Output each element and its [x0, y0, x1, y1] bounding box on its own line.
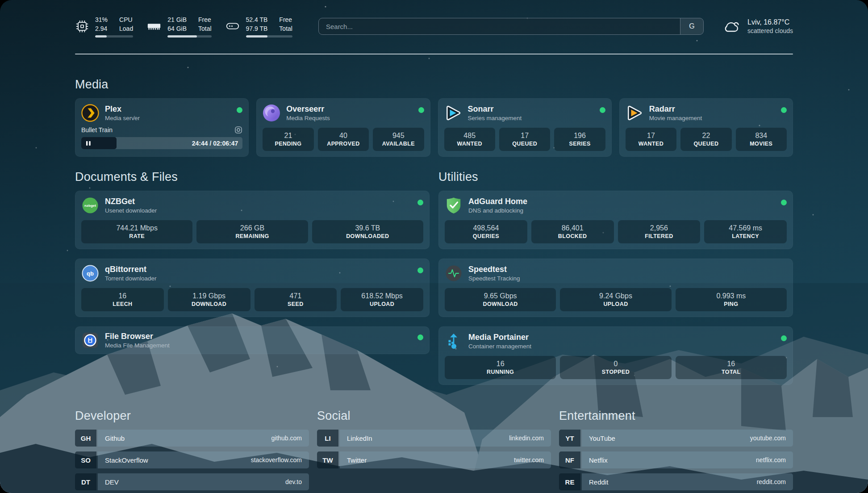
- twitter-url: twitter.com: [514, 456, 544, 464]
- qbittorrent-stat-upload: 618.52 MbpsUPLOAD: [341, 288, 423, 311]
- disk-icon: [225, 19, 240, 34]
- nzbget-stat-downloaded: 39.6 TBDOWNLOADED: [312, 220, 423, 243]
- nzbget-status-dot: [417, 200, 423, 205]
- youtube-name: YouTube: [589, 435, 615, 442]
- twitter-abbr: TW: [317, 451, 338, 468]
- speedtest-card[interactable]: Speedtest Speedtest Tracking 9.65 GbpsDO…: [438, 259, 793, 317]
- plex-card[interactable]: Plex Media server Bullet Train: [75, 98, 249, 157]
- radarr-icon: [626, 104, 643, 122]
- overseerr-stat-approved: 40APPROVED: [318, 128, 369, 151]
- bookmark-youtube[interactable]: YT YouTubeyoutube.com: [559, 430, 793, 447]
- nzbget-card[interactable]: nzbget NZBGet Usenet downloader 744.21 M…: [75, 191, 430, 249]
- memory-widget: 21 GiB64 GiB FreeTotal: [146, 15, 211, 38]
- nzbget-icon: nzbget: [81, 196, 99, 214]
- ram-icon: [146, 19, 162, 34]
- cpu-load-value: 2.94: [95, 24, 108, 33]
- youtube-url: youtube.com: [750, 435, 786, 442]
- weather-condition: scattered clouds: [747, 27, 793, 34]
- stackoverflow-url: stackoverflow.com: [251, 456, 302, 464]
- adguard-stat-latency: 47.569 msLATENCY: [704, 220, 787, 243]
- speedtest-name: Speedtest: [468, 265, 520, 274]
- header-divider: [75, 54, 793, 54]
- qbittorrent-icon: qb: [81, 264, 99, 282]
- cpu-percent: 31%: [95, 15, 108, 24]
- linkedin-name: LinkedIn: [347, 435, 372, 442]
- dev-url: dev.to: [285, 478, 302, 485]
- radarr-stat-wanted: 17WANTED: [626, 128, 676, 151]
- sonarr-card[interactable]: Sonarr Series management 485WANTED 17QUE…: [438, 98, 612, 157]
- search-input[interactable]: [319, 18, 680, 34]
- documents-section-title: Documents & Files: [75, 170, 430, 184]
- utilities-section: Utilities AdGuard Home DNS: [438, 170, 793, 385]
- cpu-progress-fill: [95, 35, 107, 38]
- stackoverflow-name: StackOverflow: [105, 456, 148, 464]
- entertainment-section: Entertainment YT YouTubeyoutube.com NF N…: [559, 409, 793, 490]
- sonarr-stat-series: 196SERIES: [554, 128, 605, 151]
- overseerr-card[interactable]: Overseerr Media Requests 21PENDING 40APP…: [256, 98, 430, 157]
- search-provider-button[interactable]: G: [680, 18, 703, 34]
- bookmark-linkedin[interactable]: LI LinkedInlinkedin.com: [317, 430, 551, 447]
- qbittorrent-stat-download: 1.19 GbpsDOWNLOAD: [168, 288, 250, 311]
- bookmark-twitter[interactable]: TW Twittertwitter.com: [317, 451, 551, 468]
- adguard-stat-filtered: 2,956FILTERED: [618, 220, 701, 243]
- disk-progress-fill: [246, 35, 267, 38]
- ram-total-label: Total: [198, 24, 212, 33]
- social-section-title: Social: [317, 409, 551, 423]
- twitter-name: Twitter: [347, 456, 367, 464]
- portainer-stat-total: 16TOTAL: [676, 356, 787, 379]
- bookmark-reddit[interactable]: RE Redditreddit.com: [559, 473, 793, 490]
- github-abbr: GH: [75, 430, 96, 447]
- dev-abbr: DT: [75, 473, 96, 490]
- adguard-name: AdGuard Home: [468, 197, 527, 206]
- overseerr-desc: Media Requests: [286, 115, 330, 121]
- filebrowser-card[interactable]: File Browser Media File Management: [75, 326, 430, 354]
- adguard-status-dot: [781, 200, 787, 205]
- qbittorrent-desc: Torrent downloader: [105, 275, 157, 282]
- disk-total-value: 97.9 TB: [246, 24, 268, 33]
- bookmark-dev[interactable]: DT DEVdev.to: [75, 473, 309, 490]
- ram-progress-track: [167, 35, 211, 38]
- plex-now-playing-title: Bullet Train: [81, 126, 113, 134]
- plex-player-bar: 24:44 / 02:06:47: [81, 137, 242, 149]
- adguard-icon: [445, 196, 463, 214]
- adguard-stat-blocked: 86,401BLOCKED: [531, 220, 614, 243]
- speedtest-icon: [445, 264, 463, 282]
- entertainment-section-title: Entertainment: [559, 409, 793, 423]
- plex-icon: [81, 104, 99, 122]
- reddit-url: reddit.com: [757, 478, 786, 485]
- social-section: Social LI LinkedInlinkedin.com TW Twitte…: [317, 409, 551, 468]
- bookmark-netflix[interactable]: NF Netflixnetflix.com: [559, 451, 793, 468]
- cloud-icon: [722, 19, 741, 34]
- disk-free-value: 52.4 TB: [246, 15, 268, 24]
- speedtest-stat-download: 9.65 GbpsDOWNLOAD: [445, 288, 556, 311]
- bookmark-stackoverflow[interactable]: SO StackOverflowstackoverflow.com: [75, 451, 309, 468]
- weather-location-temp: Lviv, 16.87°C: [747, 18, 793, 26]
- ram-progress-fill: [167, 35, 197, 38]
- sonarr-name: Sonarr: [468, 104, 522, 114]
- adguard-card[interactable]: AdGuard Home DNS and adblocking 498,564Q…: [438, 191, 793, 249]
- plex-desc: Media server: [105, 115, 140, 121]
- pause-icon: [86, 140, 91, 146]
- portainer-desc: Container management: [468, 343, 531, 350]
- nzbget-stat-rate: 744.21 MbpsRATE: [81, 220, 192, 243]
- nzbget-desc: Usenet downloader: [105, 207, 157, 214]
- svg-text:qb: qb: [87, 270, 94, 277]
- portainer-card[interactable]: Media Portainer Container management 16R…: [438, 326, 793, 385]
- overseerr-stat-pending: 21PENDING: [263, 128, 313, 151]
- qbittorrent-card[interactable]: qb qBittorrent Torrent downloader 16LEEC…: [75, 259, 430, 317]
- cpu-icon: [75, 19, 89, 33]
- bookmark-github[interactable]: GH Githubgithub.com: [75, 430, 309, 447]
- nzbget-name: NZBGet: [105, 197, 157, 206]
- plex-status-dot: [237, 107, 242, 113]
- linkedin-url: linkedin.com: [509, 435, 544, 442]
- now-playing-view-icon[interactable]: [234, 126, 242, 134]
- dashboard-page: 31%2.94 CPULoad 21 GiB64 GiB FreeTotal: [0, 0, 868, 493]
- portainer-name: Media Portainer: [468, 333, 531, 342]
- cpu-widget: 31%2.94 CPULoad: [75, 15, 133, 38]
- media-section: Media Plex Media server: [75, 78, 793, 157]
- overseerr-status-dot: [418, 107, 424, 113]
- filebrowser-desc: Media File Management: [105, 342, 170, 349]
- cpu-load-label: Load: [119, 24, 133, 33]
- radarr-card[interactable]: Radarr Movie management 17WANTED 22QUEUE…: [619, 98, 793, 157]
- reddit-abbr: RE: [559, 473, 580, 490]
